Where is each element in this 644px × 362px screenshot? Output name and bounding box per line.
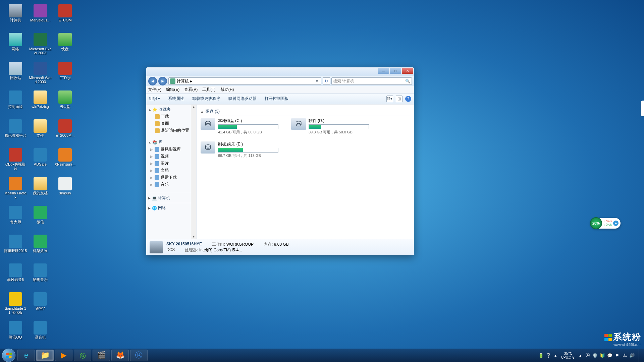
toolbar-item[interactable]: 系统属性 [168,96,184,102]
nav-scrollbar[interactable] [191,105,196,239]
nav-fav-item[interactable]: 下载 [146,113,196,120]
view-options-button[interactable]: ☷▾ [386,96,393,102]
desktop-icon[interactable]: 文件 [28,119,52,146]
desktop-icon[interactable]: ETCOM [53,3,77,31]
nav-computer[interactable]: ▶💻计算机 [146,194,196,201]
search-box[interactable]: 搜索 计算机 🔍 [331,77,412,85]
preview-pane-button[interactable]: ◫ [396,96,402,102]
taskbar-ie[interactable]: e [17,350,35,361]
tray-shield-icon[interactable]: 🛡️ [592,353,598,358]
desktop-icon[interactable]: 阿里旺旺2015 [3,234,28,261]
desktop-icon[interactable]: 我的文档 [28,176,52,204]
desktop-icon[interactable]: ET2008M... [53,119,77,146]
desktop-icon[interactable]: 暴风影音5 [3,263,28,290]
desktop-icon[interactable]: Samplitude 11 汉化版 [3,292,28,319]
menu-item[interactable]: 工具(T) [202,87,215,93]
nav-lib-item[interactable]: ▷文档 [146,167,196,174]
desktop-icon[interactable]: Microsoft Excel 2003 [28,32,52,60]
breadcrumb-sep[interactable]: ▸ [190,79,192,83]
drive-item[interactable]: ⛁本地磁盘 (C:)41.4 GB 可用，共 60.0 GB [201,118,284,135]
desktop-icon[interactable]: XPsimsun(... [53,147,77,175]
help-button[interactable]: ? [405,96,411,102]
taskbar-media[interactable]: ▶ [55,350,72,361]
desktop[interactable]: 计算机Marvelous...ETCOM网络Microsoft Excel 20… [0,0,644,362]
taskbar-video[interactable]: 🎬 [93,350,110,361]
minimize-button[interactable]: — [378,68,389,74]
menu-item[interactable]: 编辑(E) [166,87,179,93]
tray-security-icon[interactable]: 🔰 [600,353,605,358]
taskbar-360[interactable]: ◎ [74,350,91,361]
nav-lib-item[interactable]: ▷音乐 [146,181,196,188]
desktop-icon[interactable]: 机架效果 [28,234,52,261]
toolbar-item[interactable]: 卸载或更改程序 [192,96,220,102]
tray-flag-icon[interactable]: ⚑ [614,353,620,358]
tray-volume-icon[interactable]: 🔊 [629,353,635,358]
tray-chevron-icon[interactable]: ▴ [553,353,558,358]
drives-section-header[interactable]: ▲硬盘 (3) [201,107,410,116]
nav-fav-item[interactable]: 最近访问的位置 [146,127,196,134]
tray-help-icon[interactable]: ❔ [546,353,551,358]
desktop-icon[interactable]: 云U盘 [53,90,77,117]
desktop-icon[interactable]: 回收站 [3,61,28,88]
desktop-icon[interactable]: simsun [53,176,77,204]
desktop-icon[interactable]: 鲁大师 [3,205,28,233]
tray-temperature[interactable]: 35℃ CPU温度 [561,351,575,359]
nav-libraries-header[interactable]: ▲📚库 [146,139,196,146]
taskbar-kugou[interactable]: Ⓚ [130,350,148,361]
desktop-icon[interactable]: Mozilla Firefox [3,176,28,204]
titlebar[interactable]: — □ ✕ [146,67,414,76]
drive-item[interactable]: ⛁软件 (D:)39.3 GB 可用，共 50.0 GB [291,118,375,135]
drive-item[interactable]: ⛁制板.娱乐 (E:)66.7 GB 可用，共 113 GB [201,141,284,158]
nav-network[interactable]: ▶🌐网络 [146,204,196,212]
tray-wechat-icon[interactable]: 💬 [607,353,612,358]
desktop-icon[interactable]: 录音机 [28,320,52,348]
side-tab[interactable] [641,101,644,116]
nav-lib-item[interactable]: ▷迅雷下载 [146,174,196,181]
nav-lib-item[interactable]: ▷暴风影视库 [146,146,196,153]
maximize-button[interactable]: □ [390,68,401,74]
desktop-icon[interactable]: Microsoft Word 2003 [28,61,52,88]
menu-item[interactable]: 查看(V) [184,87,198,93]
breadcrumb-root[interactable]: 计算机 [177,78,189,84]
desktop-icon[interactable]: 腾讯QQ [3,320,28,348]
menu-item[interactable]: 帮助(H) [220,87,234,93]
toolbar-item[interactable]: 打开控制面板 [265,96,289,102]
desktop-icon[interactable]: 快盘 [53,32,77,60]
show-desktop-button[interactable] [639,349,642,362]
tray-app1-icon[interactable]: Ⓐ [585,353,590,358]
nav-back-button[interactable]: ◄ [148,77,157,85]
desktop-icon[interactable]: 微信 [28,205,52,233]
nav-forward-button[interactable]: ► [158,77,167,85]
desktop-icon[interactable]: 酷狗音乐 [28,263,52,290]
desktop-icon[interactable]: 网络 [3,32,28,60]
desktop-icon[interactable]: Marvelous... [28,3,52,31]
nav-lib-item[interactable]: ▷图片 [146,160,196,167]
toolbar-item[interactable]: 组织 ▾ [149,96,160,102]
desktop-icon[interactable]: 腾讯游戏平台 [3,119,28,146]
taskbar-firefox[interactable]: 🦊 [111,350,129,361]
network-gadget[interactable]: 20% ↑ 0K/s ↓ 0K/s + [591,218,621,229]
gadget-expand-button[interactable]: + [613,221,619,226]
tray-battery-icon[interactable]: 🔋 [538,353,544,358]
nav-lib-item[interactable]: ▷视频 [146,153,196,160]
refresh-button[interactable]: ↻ [323,77,330,85]
address-bar[interactable]: 计算机 ▸ ▾ [168,77,321,85]
tray-chevron-up-icon[interactable]: ▴ [578,353,583,358]
desktop-icon[interactable]: ADSafe [28,147,52,175]
desktop-icon[interactable]: win7xtztxg [28,90,52,117]
menu-item[interactable]: 文件(F) [148,87,161,93]
toolbar-item[interactable]: 映射网络驱动器 [228,96,257,102]
desktop-icon[interactable]: 迅雷7 [28,292,52,319]
desktop-icon[interactable]: 计算机 [3,3,28,31]
gadget-percent: 20% [590,217,602,229]
nav-fav-item[interactable]: 桌面 [146,120,196,127]
desktop-icon[interactable]: 控制面板 [3,90,28,117]
close-button[interactable]: ✕ [402,68,413,74]
address-dropdown[interactable]: ▾ [314,79,320,83]
desktop-icon[interactable]: CBox央视影音 [3,147,28,175]
start-button[interactable] [2,349,15,362]
taskbar-explorer[interactable]: 📁 [36,350,54,361]
desktop-icon[interactable]: ETDigt [53,61,77,88]
tray-net-icon[interactable]: 🖧 [622,353,627,358]
nav-favorites-header[interactable]: ▲⭐收藏夹 [146,106,196,113]
